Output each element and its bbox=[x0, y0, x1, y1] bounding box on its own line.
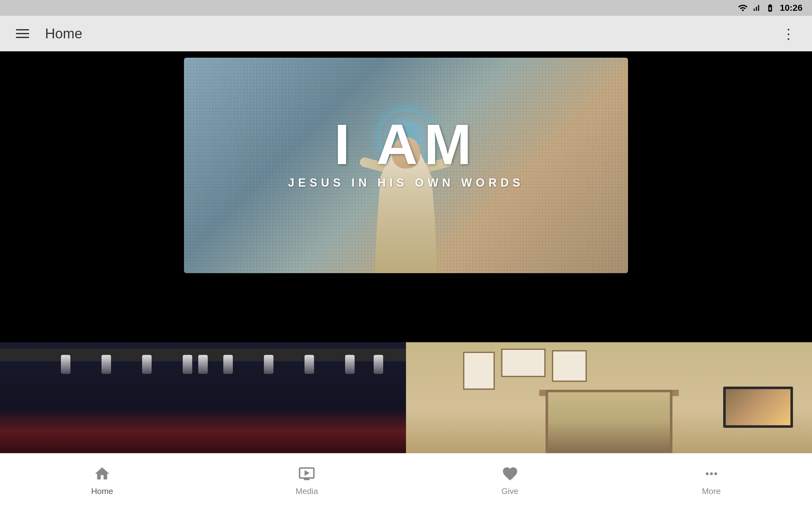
app-bar: Home ⋮ bbox=[0, 16, 812, 51]
battery-icon bbox=[764, 3, 776, 12]
hero-image: I AM JESUS IN HIS OWN WORDS bbox=[184, 58, 628, 273]
nav-item-more[interactable]: More bbox=[683, 458, 740, 503]
page-title: Home bbox=[45, 26, 82, 42]
nav-item-home[interactable]: Home bbox=[72, 458, 132, 503]
status-icons: 10:26 bbox=[738, 3, 803, 13]
menu-button[interactable] bbox=[13, 26, 32, 41]
picture-frame-3 bbox=[552, 350, 587, 382]
bottom-navigation: Home Media Give More bbox=[0, 453, 812, 507]
tv-screen bbox=[723, 387, 793, 428]
hero-text: I AM JESUS IN HIS OWN WORDS bbox=[288, 116, 524, 189]
cards-row bbox=[0, 342, 812, 453]
nav-item-give[interactable]: Give bbox=[481, 458, 539, 503]
signal-icon bbox=[752, 3, 761, 12]
home-icon bbox=[93, 464, 112, 483]
picture-frame-1 bbox=[463, 352, 495, 390]
nav-label-give: Give bbox=[502, 487, 518, 496]
card-livingroom[interactable] bbox=[406, 342, 812, 453]
content-area: I AM JESUS IN HIS OWN WORDS bbox=[0, 51, 812, 453]
hero-container[interactable]: I AM JESUS IN HIS OWN WORDS bbox=[0, 51, 812, 279]
media-icon bbox=[297, 464, 316, 483]
more-options-button[interactable]: ⋮ bbox=[778, 22, 799, 45]
nav-label-media: Media bbox=[296, 487, 318, 496]
hero-subtitle: JESUS IN HIS OWN WORDS bbox=[288, 176, 524, 189]
wifi-icon bbox=[738, 3, 748, 13]
give-icon bbox=[501, 464, 519, 483]
more-icon bbox=[702, 464, 721, 483]
card-stage[interactable] bbox=[0, 342, 406, 453]
nav-item-media[interactable]: Media bbox=[276, 458, 337, 503]
nav-label-more: More bbox=[702, 487, 721, 496]
nav-label-home: Home bbox=[91, 487, 113, 496]
status-time: 10:26 bbox=[780, 3, 803, 13]
hero-title: I AM bbox=[288, 116, 524, 173]
tv-content bbox=[726, 389, 791, 425]
status-bar: 10:26 bbox=[0, 0, 812, 16]
fireplace bbox=[546, 390, 672, 453]
picture-frame-2 bbox=[501, 349, 546, 377]
